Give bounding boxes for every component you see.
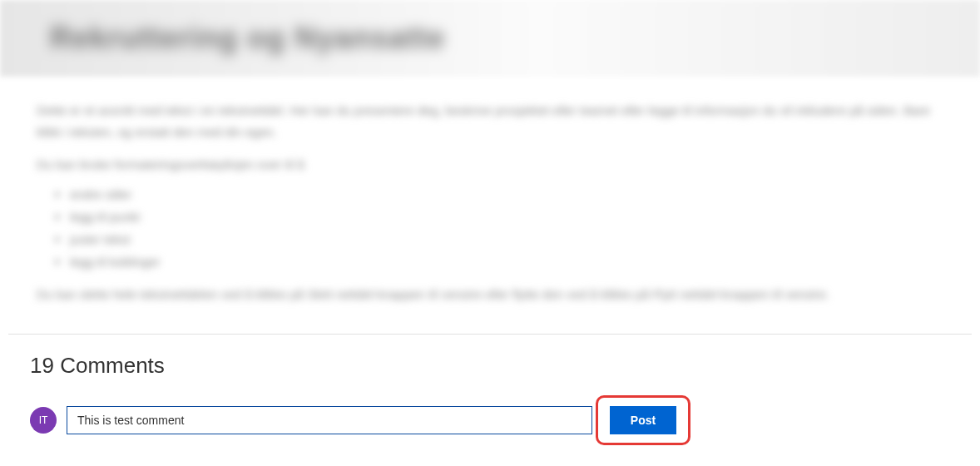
- comment-input-row: IT Post: [30, 395, 950, 445]
- blurred-list-item: legg til punkt: [70, 210, 943, 224]
- comment-input-wrapper: [67, 406, 592, 434]
- blurred-list-item: legg til koblinger: [70, 255, 943, 269]
- blurred-paragraph: Du kan slette hele tekstnettdelen ved å …: [37, 284, 943, 305]
- blurred-list-item: juster tekst: [70, 232, 943, 246]
- comment-input[interactable]: [67, 406, 592, 434]
- hero-title-blurred: Rekruttering og Nyansatte: [50, 21, 445, 56]
- page-content: Dette er et avsnitt med tekst i en tekst…: [0, 77, 980, 305]
- section-divider: [8, 334, 972, 335]
- comments-heading: 19 Comments: [30, 353, 950, 379]
- blurred-paragraph: Du kan bruke formateringsverktøylinjen o…: [37, 154, 943, 176]
- post-button-highlight: Post: [596, 395, 690, 445]
- avatar: IT: [30, 407, 57, 434]
- blurred-paragraph: Dette er et avsnitt med tekst i en tekst…: [37, 100, 943, 142]
- blurred-list-item: endre stiler: [70, 187, 943, 201]
- post-button[interactable]: Post: [610, 406, 676, 434]
- comments-section: 19 Comments IT Post: [0, 353, 980, 445]
- blurred-list: endre stiler legg til punkt juster tekst…: [37, 187, 943, 269]
- hero-banner: Rekruttering og Nyansatte: [0, 0, 980, 77]
